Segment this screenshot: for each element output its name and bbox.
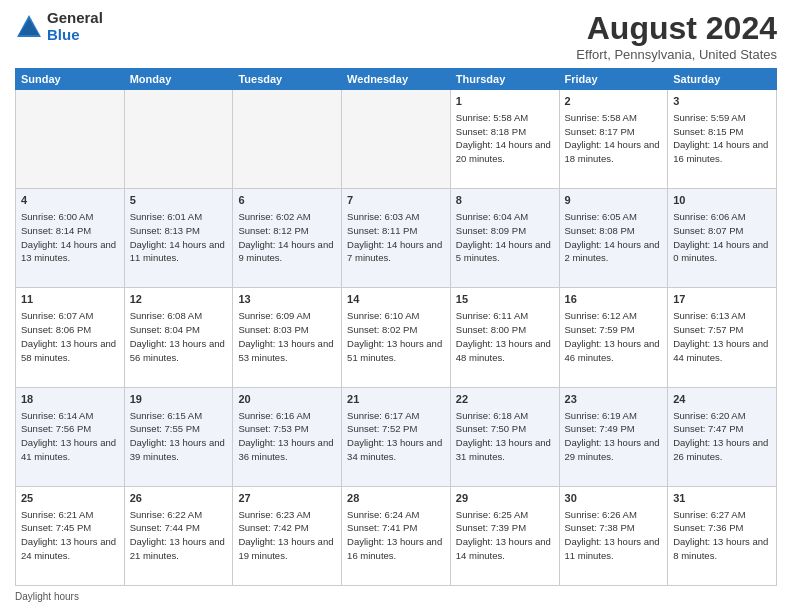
day-number: 7	[347, 193, 445, 209]
daylight-label: Daylight hours	[15, 591, 79, 602]
calendar-cell: 28Sunrise: 6:24 AMSunset: 7:41 PMDayligh…	[342, 486, 451, 585]
day-info: Sunset: 8:17 PM	[565, 125, 663, 139]
calendar-week-row: 25Sunrise: 6:21 AMSunset: 7:45 PMDayligh…	[16, 486, 777, 585]
day-number: 20	[238, 392, 336, 408]
weekday-header: Saturday	[668, 69, 777, 90]
day-info: Sunrise: 6:13 AM	[673, 309, 771, 323]
logo: General Blue	[15, 10, 103, 43]
day-info: Daylight: 13 hours and 11 minutes.	[565, 535, 663, 563]
day-info: Sunset: 7:53 PM	[238, 422, 336, 436]
logo-general: General	[47, 10, 103, 27]
weekday-header: Wednesday	[342, 69, 451, 90]
calendar-cell: 6Sunrise: 6:02 AMSunset: 8:12 PMDaylight…	[233, 189, 342, 288]
day-info: Sunrise: 6:02 AM	[238, 210, 336, 224]
day-info: Sunset: 7:39 PM	[456, 521, 554, 535]
day-info: Sunset: 8:04 PM	[130, 323, 228, 337]
day-info: Daylight: 13 hours and 53 minutes.	[238, 337, 336, 365]
day-number: 18	[21, 392, 119, 408]
logo-blue: Blue	[47, 27, 103, 44]
title-block: August 2024 Effort, Pennsylvania, United…	[576, 10, 777, 62]
calendar-cell	[124, 90, 233, 189]
day-info: Daylight: 13 hours and 46 minutes.	[565, 337, 663, 365]
day-info: Sunrise: 6:03 AM	[347, 210, 445, 224]
day-info: Daylight: 14 hours and 18 minutes.	[565, 138, 663, 166]
day-info: Daylight: 14 hours and 20 minutes.	[456, 138, 554, 166]
day-info: Sunrise: 6:19 AM	[565, 409, 663, 423]
day-info: Sunset: 8:12 PM	[238, 224, 336, 238]
day-number: 31	[673, 491, 771, 507]
daylight-footer: Daylight hours	[15, 591, 777, 602]
day-info: Daylight: 14 hours and 0 minutes.	[673, 238, 771, 266]
day-number: 15	[456, 292, 554, 308]
day-info: Daylight: 13 hours and 39 minutes.	[130, 436, 228, 464]
day-info: Sunrise: 6:05 AM	[565, 210, 663, 224]
day-number: 3	[673, 94, 771, 110]
day-info: Sunset: 7:42 PM	[238, 521, 336, 535]
day-number: 29	[456, 491, 554, 507]
day-number: 1	[456, 94, 554, 110]
calendar-cell: 24Sunrise: 6:20 AMSunset: 7:47 PMDayligh…	[668, 387, 777, 486]
calendar-cell: 11Sunrise: 6:07 AMSunset: 8:06 PMDayligh…	[16, 288, 125, 387]
day-info: Daylight: 14 hours and 7 minutes.	[347, 238, 445, 266]
day-info: Sunset: 7:47 PM	[673, 422, 771, 436]
calendar-cell: 18Sunrise: 6:14 AMSunset: 7:56 PMDayligh…	[16, 387, 125, 486]
day-info: Sunset: 7:52 PM	[347, 422, 445, 436]
day-number: 25	[21, 491, 119, 507]
day-info: Sunrise: 6:16 AM	[238, 409, 336, 423]
day-number: 23	[565, 392, 663, 408]
day-info: Sunset: 7:56 PM	[21, 422, 119, 436]
day-info: Daylight: 13 hours and 58 minutes.	[21, 337, 119, 365]
day-number: 10	[673, 193, 771, 209]
day-info: Sunset: 7:49 PM	[565, 422, 663, 436]
calendar-cell: 30Sunrise: 6:26 AMSunset: 7:38 PMDayligh…	[559, 486, 668, 585]
calendar-cell: 5Sunrise: 6:01 AMSunset: 8:13 PMDaylight…	[124, 189, 233, 288]
day-number: 16	[565, 292, 663, 308]
day-info: Sunset: 7:50 PM	[456, 422, 554, 436]
weekday-header: Friday	[559, 69, 668, 90]
day-info: Sunset: 8:14 PM	[21, 224, 119, 238]
calendar-cell: 21Sunrise: 6:17 AMSunset: 7:52 PMDayligh…	[342, 387, 451, 486]
day-info: Daylight: 13 hours and 8 minutes.	[673, 535, 771, 563]
calendar-table: SundayMondayTuesdayWednesdayThursdayFrid…	[15, 68, 777, 586]
day-number: 19	[130, 392, 228, 408]
day-info: Daylight: 13 hours and 16 minutes.	[347, 535, 445, 563]
day-number: 9	[565, 193, 663, 209]
day-number: 6	[238, 193, 336, 209]
calendar-cell: 12Sunrise: 6:08 AMSunset: 8:04 PMDayligh…	[124, 288, 233, 387]
page: General Blue August 2024 Effort, Pennsyl…	[0, 0, 792, 612]
weekday-header: Thursday	[450, 69, 559, 90]
day-number: 13	[238, 292, 336, 308]
calendar-cell: 8Sunrise: 6:04 AMSunset: 8:09 PMDaylight…	[450, 189, 559, 288]
calendar-cell: 7Sunrise: 6:03 AMSunset: 8:11 PMDaylight…	[342, 189, 451, 288]
day-info: Sunset: 8:09 PM	[456, 224, 554, 238]
day-info: Daylight: 13 hours and 44 minutes.	[673, 337, 771, 365]
day-info: Sunset: 7:45 PM	[21, 521, 119, 535]
calendar-cell: 2Sunrise: 5:58 AMSunset: 8:17 PMDaylight…	[559, 90, 668, 189]
day-info: Daylight: 13 hours and 36 minutes.	[238, 436, 336, 464]
day-info: Sunrise: 6:23 AM	[238, 508, 336, 522]
day-number: 17	[673, 292, 771, 308]
day-number: 24	[673, 392, 771, 408]
calendar-cell: 26Sunrise: 6:22 AMSunset: 7:44 PMDayligh…	[124, 486, 233, 585]
weekday-header: Tuesday	[233, 69, 342, 90]
weekday-header: Sunday	[16, 69, 125, 90]
day-info: Sunrise: 6:20 AM	[673, 409, 771, 423]
day-info: Sunset: 8:15 PM	[673, 125, 771, 139]
day-info: Sunset: 7:38 PM	[565, 521, 663, 535]
calendar-cell	[233, 90, 342, 189]
calendar-cell: 19Sunrise: 6:15 AMSunset: 7:55 PMDayligh…	[124, 387, 233, 486]
day-info: Sunset: 8:00 PM	[456, 323, 554, 337]
calendar-cell: 31Sunrise: 6:27 AMSunset: 7:36 PMDayligh…	[668, 486, 777, 585]
day-info: Sunrise: 6:04 AM	[456, 210, 554, 224]
calendar-cell: 15Sunrise: 6:11 AMSunset: 8:00 PMDayligh…	[450, 288, 559, 387]
calendar-cell	[342, 90, 451, 189]
day-number: 26	[130, 491, 228, 507]
day-info: Sunrise: 6:17 AM	[347, 409, 445, 423]
day-info: Daylight: 14 hours and 16 minutes.	[673, 138, 771, 166]
day-info: Sunrise: 6:09 AM	[238, 309, 336, 323]
calendar-cell: 13Sunrise: 6:09 AMSunset: 8:03 PMDayligh…	[233, 288, 342, 387]
day-number: 22	[456, 392, 554, 408]
day-info: Sunset: 8:11 PM	[347, 224, 445, 238]
calendar-cell: 1Sunrise: 5:58 AMSunset: 8:18 PMDaylight…	[450, 90, 559, 189]
calendar-cell: 27Sunrise: 6:23 AMSunset: 7:42 PMDayligh…	[233, 486, 342, 585]
